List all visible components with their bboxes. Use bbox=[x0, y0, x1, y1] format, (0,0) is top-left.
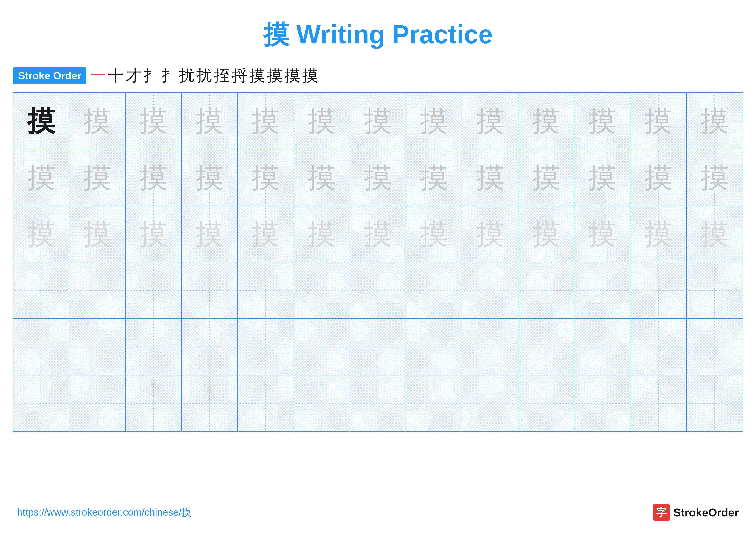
grid-cell-1-1[interactable]: 摸 bbox=[14, 93, 69, 149]
grid-cell-4-3[interactable] bbox=[126, 262, 182, 318]
grid-cell-5-7[interactable] bbox=[350, 319, 406, 375]
grid-cell-3-4[interactable]: 摸 bbox=[182, 206, 238, 262]
grid-cell-1-13[interactable]: 摸 bbox=[687, 93, 742, 149]
grid-cell-3-5[interactable]: 摸 bbox=[238, 206, 294, 262]
grid-cell-6-9[interactable] bbox=[462, 375, 518, 431]
grid-cell-1-9[interactable]: 摸 bbox=[462, 93, 518, 149]
char-light: 摸 bbox=[252, 107, 280, 135]
grid-cell-1-10[interactable]: 摸 bbox=[518, 93, 574, 149]
grid-cell-1-12[interactable]: 摸 bbox=[630, 93, 687, 149]
char-light: 摸 bbox=[27, 163, 55, 191]
grid-cell-2-12[interactable]: 摸 bbox=[630, 149, 687, 205]
grid-cell-4-6[interactable] bbox=[294, 262, 350, 318]
grid-cell-1-2[interactable]: 摸 bbox=[69, 93, 125, 149]
grid-cell-5-2[interactable] bbox=[69, 319, 125, 375]
grid-cell-3-12[interactable]: 摸 bbox=[630, 206, 687, 262]
grid-cell-6-11[interactable] bbox=[574, 375, 630, 431]
grid-cell-2-6[interactable]: 摸 bbox=[294, 149, 350, 205]
char-light: 摸 bbox=[701, 163, 729, 191]
grid-cell-4-2[interactable] bbox=[69, 262, 125, 318]
grid-cell-5-11[interactable] bbox=[574, 319, 630, 375]
grid-cell-2-13[interactable]: 摸 bbox=[687, 149, 742, 205]
grid-cell-3-3[interactable]: 摸 bbox=[126, 206, 182, 262]
grid-cell-6-2[interactable] bbox=[69, 375, 125, 431]
grid-cell-4-13[interactable] bbox=[687, 262, 742, 318]
grid-cell-6-13[interactable] bbox=[687, 375, 742, 431]
grid-cell-5-6[interactable] bbox=[294, 319, 350, 375]
grid-row-4 bbox=[14, 262, 742, 319]
grid-cell-2-5[interactable]: 摸 bbox=[238, 149, 294, 205]
grid-cell-6-3[interactable] bbox=[126, 375, 182, 431]
footer-url[interactable]: https://www.strokeorder.com/chinese/摸 bbox=[17, 506, 191, 519]
grid-cell-6-6[interactable] bbox=[294, 375, 350, 431]
grid-cell-2-10[interactable]: 摸 bbox=[518, 149, 574, 205]
grid-cell-2-1[interactable]: 摸 bbox=[14, 149, 69, 205]
char-lighter: 摸 bbox=[196, 220, 224, 248]
title-area: 摸 Writing Practice bbox=[0, 0, 756, 61]
grid-cell-6-10[interactable] bbox=[518, 375, 574, 431]
grid-cell-4-4[interactable] bbox=[182, 262, 238, 318]
grid-row-3: 摸 摸 摸 摸 摸 摸 摸 摸 摸 摸 摸 摸 摸 bbox=[14, 206, 742, 262]
title-suffix: Writing Practice bbox=[289, 20, 493, 49]
grid-cell-1-5[interactable]: 摸 bbox=[238, 93, 294, 149]
grid-cell-2-3[interactable]: 摸 bbox=[126, 149, 182, 205]
char-light: 摸 bbox=[701, 107, 729, 135]
grid-cell-4-1[interactable] bbox=[14, 262, 69, 318]
grid-cell-1-11[interactable]: 摸 bbox=[574, 93, 630, 149]
grid-cell-1-6[interactable]: 摸 bbox=[294, 93, 350, 149]
page-title: 摸 Writing Practice bbox=[263, 20, 493, 49]
grid-cell-4-8[interactable] bbox=[406, 262, 462, 318]
grid-cell-2-8[interactable]: 摸 bbox=[406, 149, 462, 205]
grid-cell-5-5[interactable] bbox=[238, 319, 294, 375]
grid-cell-5-4[interactable] bbox=[182, 319, 238, 375]
grid-cell-4-5[interactable] bbox=[238, 262, 294, 318]
char-light: 摸 bbox=[420, 163, 448, 191]
grid-cell-4-9[interactable] bbox=[462, 262, 518, 318]
grid-cell-6-4[interactable] bbox=[182, 375, 238, 431]
grid-cell-6-1[interactable] bbox=[14, 375, 69, 431]
grid-cell-3-6[interactable]: 摸 bbox=[294, 206, 350, 262]
grid-cell-4-10[interactable] bbox=[518, 262, 574, 318]
grid-cell-4-12[interactable] bbox=[630, 262, 687, 318]
grid-cell-6-8[interactable] bbox=[406, 375, 462, 431]
grid-cell-5-9[interactable] bbox=[462, 319, 518, 375]
grid-cell-6-12[interactable] bbox=[630, 375, 687, 431]
grid-cell-4-7[interactable] bbox=[350, 262, 406, 318]
grid-cell-3-2[interactable]: 摸 bbox=[69, 206, 125, 262]
grid-cell-4-11[interactable] bbox=[574, 262, 630, 318]
stroke-char-4: 扌 bbox=[143, 65, 159, 86]
grid-cell-2-7[interactable]: 摸 bbox=[350, 149, 406, 205]
footer: https://www.strokeorder.com/chinese/摸 字 … bbox=[0, 504, 756, 521]
grid-cell-3-13[interactable]: 摸 bbox=[687, 206, 742, 262]
grid-cell-2-4[interactable]: 摸 bbox=[182, 149, 238, 205]
grid-cell-6-7[interactable] bbox=[350, 375, 406, 431]
grid-cell-3-1[interactable]: 摸 bbox=[14, 206, 69, 262]
grid-cell-3-9[interactable]: 摸 bbox=[462, 206, 518, 262]
grid-cell-3-8[interactable]: 摸 bbox=[406, 206, 462, 262]
grid-cell-5-3[interactable] bbox=[126, 319, 182, 375]
grid-cell-5-8[interactable] bbox=[406, 319, 462, 375]
grid-cell-5-10[interactable] bbox=[518, 319, 574, 375]
stroke-order-badge: Stroke Order bbox=[13, 67, 86, 84]
grid-cell-1-4[interactable]: 摸 bbox=[182, 93, 238, 149]
stroke-char-12: 摸 bbox=[285, 65, 300, 86]
grid-cell-6-5[interactable] bbox=[238, 375, 294, 431]
char-light: 摸 bbox=[139, 163, 168, 191]
stroke-char-2: 十 bbox=[108, 65, 123, 86]
stroke-char-13: 摸 bbox=[302, 65, 318, 86]
grid-cell-3-10[interactable]: 摸 bbox=[518, 206, 574, 262]
grid-cell-5-1[interactable] bbox=[14, 319, 69, 375]
grid-cell-5-13[interactable] bbox=[687, 319, 742, 375]
grid-cell-1-7[interactable]: 摸 bbox=[350, 93, 406, 149]
grid-cell-2-9[interactable]: 摸 bbox=[462, 149, 518, 205]
grid-cell-2-2[interactable]: 摸 bbox=[69, 149, 125, 205]
grid-cell-3-11[interactable]: 摸 bbox=[574, 206, 630, 262]
grid-cell-3-7[interactable]: 摸 bbox=[350, 206, 406, 262]
grid-cell-5-12[interactable] bbox=[630, 319, 687, 375]
grid-cell-1-3[interactable]: 摸 bbox=[126, 93, 182, 149]
char-light: 摸 bbox=[364, 107, 392, 135]
logo-text: StrokeOrder bbox=[673, 506, 739, 519]
grid-cell-2-11[interactable]: 摸 bbox=[574, 149, 630, 205]
char-light: 摸 bbox=[139, 107, 168, 135]
grid-cell-1-8[interactable]: 摸 bbox=[406, 93, 462, 149]
